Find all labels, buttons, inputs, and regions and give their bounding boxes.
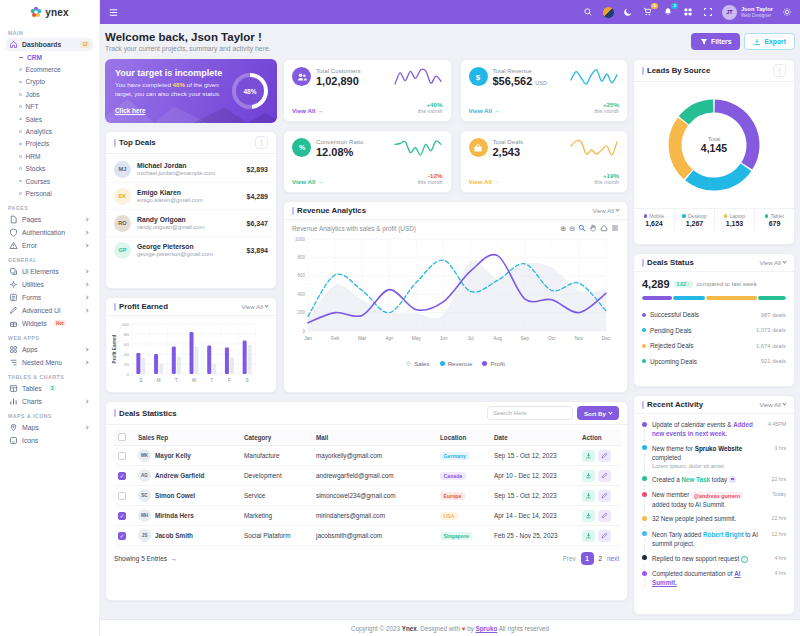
deal-list-item[interactable]: MJ Michael Jordanmichael.jordan@example.… xyxy=(106,156,276,182)
deal-list-item[interactable]: GP George Pietersongeorge.pieterson@gmai… xyxy=(106,236,276,263)
sidebar-subitem-hrm[interactable]: HRM xyxy=(6,150,93,162)
col-category[interactable]: Category xyxy=(240,429,312,446)
sidebar-item-icons[interactable]: Icons xyxy=(6,434,93,447)
svg-text:800: 800 xyxy=(297,255,305,260)
row-checkbox[interactable]: ✓ xyxy=(118,512,126,520)
fullscreen-icon[interactable] xyxy=(702,6,715,19)
edit-action-button[interactable] xyxy=(598,450,611,462)
deals-search-input[interactable] xyxy=(487,406,573,420)
dark-mode-moon-icon[interactable] xyxy=(622,6,635,19)
row-checkbox[interactable]: ✓ xyxy=(118,472,126,480)
activity-view-all[interactable]: View All xyxy=(759,401,786,408)
prev-page-button[interactable]: Prev xyxy=(563,555,576,562)
pan-hand-icon[interactable] xyxy=(589,224,597,233)
row-checkbox[interactable]: ✓ xyxy=(118,532,126,540)
legend-profit[interactable]: Profit xyxy=(482,360,504,367)
deals-view-all-link[interactable]: View All→ xyxy=(469,178,501,185)
sidebar-subitem-projects[interactable]: Projects xyxy=(6,138,93,150)
activity-link[interactable]: New Task xyxy=(681,476,710,483)
sidebar-subitem-courses[interactable]: Courses xyxy=(6,175,93,187)
apps-grid-icon[interactable] xyxy=(682,6,695,19)
svg-text:0: 0 xyxy=(302,329,305,334)
conversion-view-all-link[interactable]: View All→ xyxy=(292,178,324,185)
sidebar-item-charts[interactable]: Charts xyxy=(6,395,93,408)
col-date[interactable]: Date xyxy=(490,429,578,446)
sidebar-item-widgets[interactable]: Widgets Hot xyxy=(6,317,93,330)
home-reset-icon[interactable] xyxy=(600,224,608,233)
leads-menu-button[interactable]: ⋮ xyxy=(773,64,786,77)
row-checkbox[interactable]: ✓ xyxy=(118,452,126,460)
col-action[interactable]: Action xyxy=(578,429,621,446)
sort-by-button[interactable]: Sort By xyxy=(577,406,619,420)
logo[interactable]: ynex xyxy=(0,0,99,24)
sidebar-subitem-ecommerce[interactable]: Ecommerce xyxy=(6,63,93,75)
profit-view-all[interactable]: View All xyxy=(241,303,268,310)
sidebar-subitem-jobs[interactable]: Jobs xyxy=(6,88,93,100)
sidebar-item-pages[interactable]: Pages xyxy=(6,213,93,226)
customers-view-all-link[interactable]: View All→ xyxy=(292,107,324,114)
revenue-view-all[interactable]: View All xyxy=(592,207,619,214)
sidebar-item-ui-elements[interactable]: Ui Elements xyxy=(6,265,93,278)
sidebar-item-dashboards[interactable]: Dashboards 12 xyxy=(6,38,93,51)
edit-action-button[interactable] xyxy=(598,530,611,542)
deal-list-item[interactable]: EK Emigo Kiarenemigo.kiaren@gmail.com $4… xyxy=(106,182,276,209)
hamburger-menu-icon[interactable] xyxy=(107,6,120,19)
banner-click-here-link[interactable]: Click here xyxy=(115,107,146,114)
spruko-link[interactable]: Spruko xyxy=(476,625,498,632)
svg-text:80: 80 xyxy=(124,332,129,337)
revenue-view-all-link[interactable]: View All→ xyxy=(469,107,501,114)
activity-link[interactable]: Robert Bright xyxy=(703,531,744,538)
sidebar-item-maps[interactable]: Maps xyxy=(6,421,93,434)
svg-text:M: M xyxy=(157,378,161,383)
legend-sales[interactable]: Sales xyxy=(406,360,429,367)
sidebar-item-authentication[interactable]: Authentication xyxy=(6,226,93,239)
selection-zoom-icon[interactable] xyxy=(578,224,586,233)
sidebar-subitem-sales[interactable]: Sales xyxy=(6,113,93,125)
zoom-in-icon[interactable]: ⊕ xyxy=(560,225,566,232)
cart-icon[interactable]: 5 xyxy=(642,6,655,19)
sidebar-item-advanced-ui[interactable]: Advanced Ui xyxy=(6,304,93,317)
sidebar-subitem-crypto[interactable]: Crypto xyxy=(6,76,93,88)
download-action-button[interactable] xyxy=(582,470,595,482)
sidebar-item-tables[interactable]: Tables 3 xyxy=(6,382,93,395)
page-2-button[interactable]: 2 xyxy=(599,555,603,562)
filters-button[interactable]: Filters xyxy=(691,33,740,50)
deal-list-item[interactable]: RO Randy Origoanrandy.origoan@gmail.com … xyxy=(106,209,276,236)
export-button[interactable]: Export xyxy=(744,33,795,50)
country-flag-icon[interactable] xyxy=(602,6,615,19)
col-location[interactable]: Location xyxy=(436,429,490,446)
chart-menu-icon[interactable] xyxy=(611,224,619,233)
select-all-checkbox[interactable]: ✓ xyxy=(118,433,126,441)
top-deals-menu-button[interactable]: ⋮ xyxy=(255,136,268,149)
col-mail[interactable]: Mail xyxy=(312,429,436,446)
sidebar-item-forms[interactable]: Forms xyxy=(6,291,93,304)
settings-gear-icon[interactable] xyxy=(780,6,793,19)
col-sales-rep[interactable]: Sales Rep xyxy=(134,429,240,446)
page-1-button[interactable]: 1 xyxy=(581,552,594,565)
sidebar-item-error[interactable]: Error xyxy=(6,239,93,252)
page-content: Welcome back, Json Taylor ! Track your c… xyxy=(100,24,800,619)
download-action-button[interactable] xyxy=(582,450,595,462)
download-action-button[interactable] xyxy=(582,490,595,502)
sidebar-subitem-stocks[interactable]: Stocks xyxy=(6,163,93,175)
edit-action-button[interactable] xyxy=(598,490,611,502)
legend-revenue[interactable]: Revenue xyxy=(440,360,473,367)
row-checkbox[interactable]: ✓ xyxy=(118,492,126,500)
sidebar-item-nested-menu[interactable]: Nested Menu xyxy=(6,356,93,369)
deals-status-view-all[interactable]: View All xyxy=(759,259,786,266)
sidebar-item-apps[interactable]: Apps xyxy=(6,343,93,356)
sidebar-subitem-personal[interactable]: Personal xyxy=(6,187,93,199)
user-menu[interactable]: JT Json Taylor Web Designer xyxy=(722,5,773,20)
sidebar-subitem-analytics[interactable]: Analytics xyxy=(6,125,93,137)
sidebar-subitem-crm[interactable]: CRM xyxy=(6,51,93,63)
download-action-button[interactable] xyxy=(582,510,595,522)
notifications-bell-icon[interactable]: 3 xyxy=(662,6,675,19)
sidebar-item-utilities[interactable]: Utilities xyxy=(6,278,93,291)
edit-action-button[interactable] xyxy=(598,470,611,482)
zoom-out-icon[interactable]: ⊖ xyxy=(569,225,575,232)
download-action-button[interactable] xyxy=(582,530,595,542)
edit-action-button[interactable] xyxy=(598,510,611,522)
sidebar-subitem-nft[interactable]: NFT xyxy=(6,101,93,113)
search-icon[interactable] xyxy=(582,6,595,19)
next-page-button[interactable]: next xyxy=(607,555,619,562)
